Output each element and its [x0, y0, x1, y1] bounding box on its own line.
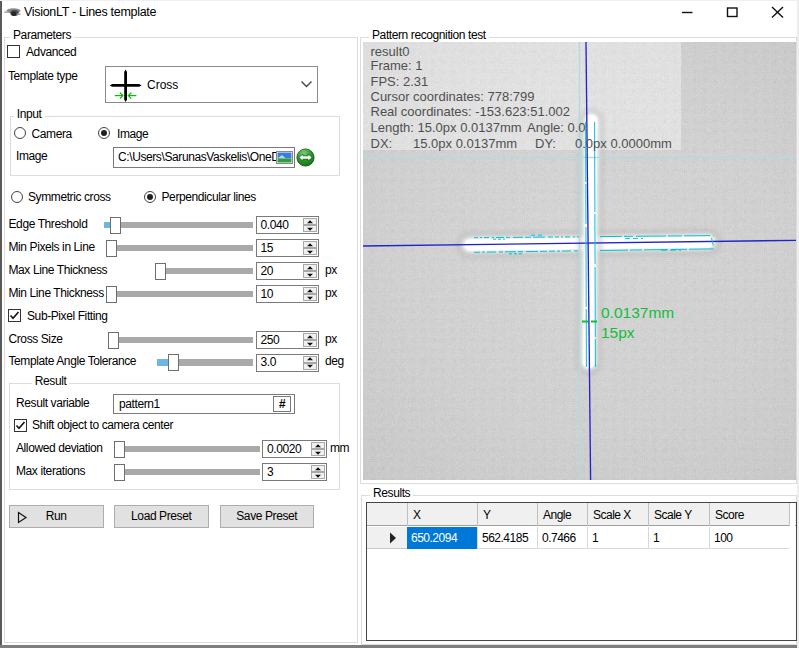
svg-text:Length: 15.0px 0.0137mm: Length: 15.0px 0.0137mm: [371, 120, 522, 135]
svg-text:DY:: DY:: [535, 136, 556, 151]
svg-text:result0: result0: [371, 44, 410, 59]
svg-text:Cursor coordinates: 778:799: Cursor coordinates: 778:799: [371, 89, 535, 104]
svg-text:15.0px 0.0137mm: 15.0px 0.0137mm: [413, 136, 517, 151]
svg-text:DX:: DX:: [371, 136, 393, 151]
svg-text:Angle: 0.0: Angle: 0.0: [527, 120, 586, 135]
svg-text:FPS: 2.31: FPS: 2.31: [371, 74, 429, 89]
svg-text:0.0137mm: 0.0137mm: [601, 304, 674, 321]
svg-text:0.0px 0.0000mm: 0.0px 0.0000mm: [575, 136, 672, 151]
svg-text:Frame: 1: Frame: 1: [371, 58, 423, 73]
svg-text:15px: 15px: [601, 324, 635, 341]
svg-text:Real coordinates: -153.623:51.: Real coordinates: -153.623:51.002: [371, 104, 570, 119]
